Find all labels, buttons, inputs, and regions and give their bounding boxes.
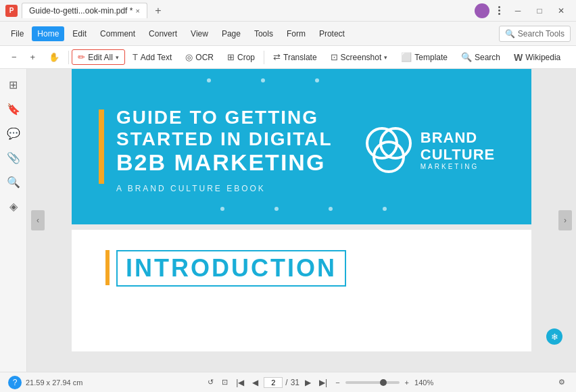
menu-right: 🔍 Search Tools (499, 26, 571, 42)
ocr-label: OCR (195, 53, 214, 62)
profile-icon[interactable] (475, 3, 489, 18)
decoration-dot (383, 207, 387, 211)
ocr-icon: ◎ (185, 52, 193, 62)
translate-button[interactable]: ⇄ Translate (267, 49, 323, 65)
translate-label: Translate (283, 53, 317, 62)
page-navigation: |◀ ◀ / 31 ▶ ▶| (233, 376, 330, 389)
tab-close-button[interactable]: × (135, 7, 139, 15)
cover-section: GUIDE TO GETTING STARTED IN DIGITAL B2B … (72, 69, 531, 224)
help-button[interactable]: ? (8, 376, 22, 389)
total-pages: 31 (291, 378, 299, 387)
search-tools-button[interactable]: 🔍 Search Tools (499, 26, 571, 42)
zoom-out-status-button[interactable]: − (333, 377, 342, 388)
sidebar-layers[interactable]: ◈ (3, 196, 24, 216)
crop-icon: ⊞ (227, 52, 235, 62)
cover-right: BRAND CULTURE MARKETING (356, 126, 504, 174)
wikipedia-button[interactable]: W Wikipedia (508, 49, 567, 66)
crop-label: Crop (237, 53, 255, 62)
intro-accent-bar (105, 250, 110, 285)
zoom-in-status-button[interactable]: + (402, 377, 412, 388)
menu-form[interactable]: Form (281, 26, 311, 41)
tab-label: Guide-to-getti...ook-min.pdf * (29, 6, 133, 16)
page-separator: / (285, 378, 287, 387)
intro-heading: INTRODUCTION (116, 250, 346, 287)
toolbar-separator-2 (264, 51, 264, 64)
screenshot-label: Screenshot (341, 53, 382, 62)
template-button[interactable]: ⬜ Template (395, 49, 454, 65)
title-bar-left: P Guide-to-getti...ook-min.pdf * × + (5, 3, 165, 18)
nav-arrow-left[interactable]: ‹ (31, 210, 45, 230)
settings-button[interactable]: ⚙ (556, 376, 568, 388)
ocr-button[interactable]: ◎ OCR (179, 49, 220, 65)
brand-logo: BRAND CULTURE MARKETING (365, 126, 495, 174)
sidebar-bookmark[interactable]: 🔖 (3, 99, 24, 119)
hand-icon: ✋ (49, 52, 59, 62)
menu-bar: File Home Edit Comment Convert View Page… (0, 22, 576, 46)
menu-file[interactable]: File (5, 26, 29, 41)
zoom-slider[interactable] (345, 381, 400, 384)
status-left: ? 21.59 x 27.94 cm (8, 376, 82, 389)
crop-button[interactable]: ⊞ Crop (221, 49, 261, 65)
decoration-dot (274, 207, 279, 211)
zoom-in-button[interactable]: + (24, 49, 42, 65)
decoration-dot (315, 78, 319, 82)
toolbar: − + ✋ ✏ Edit All ▾ T Add Text ◎ OCR ⊞ Cr… (0, 46, 576, 69)
more-options-button[interactable] (492, 4, 506, 18)
menu-page[interactable]: Page (216, 26, 246, 41)
status-bar: ? 21.59 x 27.94 cm ↺ ⊡ |◀ ◀ / 31 ▶ ▶| − … (0, 372, 576, 392)
cover-text: GUIDE TO GETTING STARTED IN DIGITAL B2B … (116, 107, 333, 193)
new-tab-button[interactable]: + (151, 4, 165, 18)
last-page-button[interactable]: ▶| (316, 376, 330, 389)
title-bar-right: ─ □ ✕ (475, 3, 571, 18)
search-tools-label: Search Tools (518, 29, 565, 39)
decoration-dot (207, 78, 211, 82)
edit-all-button[interactable]: ✏ Edit All ▾ (72, 49, 125, 65)
fit-page-button[interactable]: ⊡ (219, 376, 231, 388)
nav-arrow-right[interactable]: › (558, 210, 572, 230)
add-text-label: Add Text (141, 53, 172, 62)
app-tab[interactable]: Guide-to-getti...ook-min.pdf * × (22, 3, 147, 18)
main-area: ⊞ 🔖 💬 📎 🔍 ◈ ‹ (0, 69, 576, 372)
left-sidebar: ⊞ 🔖 💬 📎 🔍 ◈ (0, 69, 27, 372)
prev-page-button[interactable]: ◀ (249, 376, 261, 389)
toolbar-separator-1 (68, 51, 69, 64)
menu-tools[interactable]: Tools (249, 26, 279, 41)
pdf-page-cover: GUIDE TO GETTING STARTED IN DIGITAL B2B … (72, 69, 531, 224)
brand-icon (365, 126, 412, 174)
menu-comment[interactable]: Comment (95, 26, 141, 41)
add-text-button[interactable]: T Add Text (126, 49, 178, 65)
cover-subtitle: A BRAND CULTURE EBOOK (116, 184, 333, 193)
menu-view[interactable]: View (185, 26, 214, 41)
menu-convert[interactable]: Convert (143, 26, 183, 41)
next-page-button[interactable]: ▶ (302, 376, 314, 389)
menu-home[interactable]: Home (32, 26, 64, 41)
cover-title-b2b: B2B MARKETING (116, 150, 333, 175)
first-page-button[interactable]: |◀ (233, 376, 247, 389)
sidebar-search[interactable]: 🔍 (3, 172, 24, 192)
assistant-button[interactable]: ❄ (546, 328, 562, 345)
rotate-left-button[interactable]: ↺ (205, 376, 216, 388)
menu-protect[interactable]: Protect (314, 26, 350, 41)
zoom-out-icon: − (11, 52, 17, 62)
content-area[interactable]: ‹ GUIDE TO GETTING STARTED IN DIGIT (27, 69, 576, 372)
cover-left: GUIDE TO GETTING STARTED IN DIGITAL B2B … (99, 107, 356, 193)
sidebar-thumbnails[interactable]: ⊞ (3, 74, 24, 95)
status-center: ↺ ⊡ |◀ ◀ / 31 ▶ ▶| − + 140% (88, 376, 550, 389)
zoom-out-button[interactable]: − (5, 49, 23, 65)
search-button[interactable]: 🔍 Search (455, 49, 506, 65)
sidebar-attachment[interactable]: 📎 (3, 147, 24, 168)
menu-edit[interactable]: Edit (67, 26, 92, 41)
edit-icon: ✏ (78, 52, 85, 62)
close-button[interactable]: ✕ (552, 4, 571, 18)
brand-name-line2: CULTURE (421, 147, 495, 163)
minimize-button[interactable]: ─ (508, 4, 527, 18)
hand-tool-button[interactable]: ✋ (43, 49, 66, 65)
maximize-button[interactable]: □ (530, 4, 549, 18)
current-page-input[interactable] (264, 377, 283, 388)
cover-title-guide: GUIDE TO GETTING (116, 107, 333, 128)
brand-sub: MARKETING (421, 163, 495, 170)
sidebar-comments[interactable]: 💬 (3, 123, 24, 143)
screenshot-button[interactable]: ⊡ Screenshot ▾ (325, 49, 394, 65)
search-icon: 🔍 (505, 29, 515, 39)
decoration-dot (329, 207, 333, 211)
